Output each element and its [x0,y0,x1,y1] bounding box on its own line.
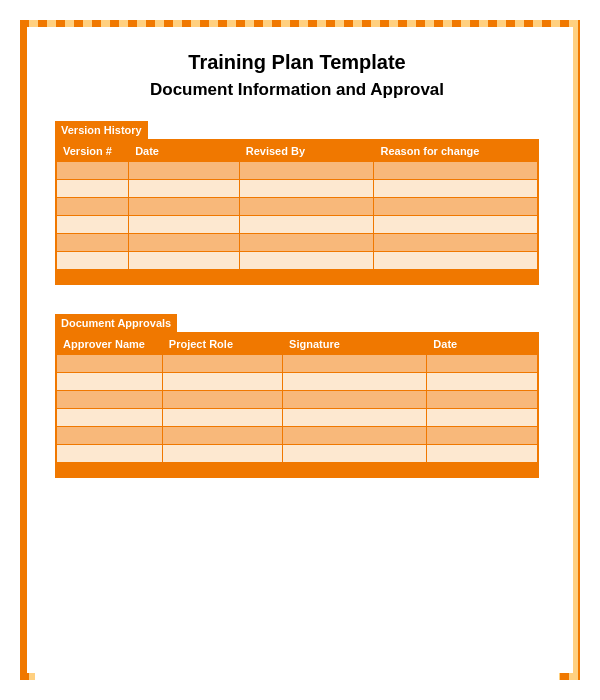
version-history-table-wrapper: Version # Date Revised By Reason for cha… [55,139,539,285]
table-cell[interactable] [129,216,240,234]
table-cell[interactable] [374,180,538,198]
document-approvals-section: Document Approvals Approver Name Project… [55,313,539,478]
th-approver-name: Approver Name [57,334,163,355]
table-cell[interactable] [162,391,282,409]
version-history-table: Version # Date Revised By Reason for cha… [56,140,538,284]
th-approval-date: Date [427,334,538,355]
table-cell[interactable] [162,445,282,463]
table-cell[interactable] [239,234,374,252]
table-cell[interactable] [239,180,374,198]
table-row[interactable] [57,162,538,180]
table-cell[interactable] [57,355,163,373]
table-row[interactable] [57,427,538,445]
th-reason: Reason for change [374,141,538,162]
table-cell[interactable] [57,162,129,180]
table-cell[interactable] [427,445,538,463]
th-revised-by: Revised By [239,141,374,162]
table-cell[interactable] [283,355,427,373]
table-cell[interactable] [57,234,129,252]
table-cell[interactable] [239,252,374,270]
version-history-section: Version History Version # Date Revised B… [55,120,539,285]
table-row[interactable] [57,409,538,427]
table-cell[interactable] [374,198,538,216]
table-row[interactable] [57,445,538,463]
table-cell[interactable] [57,445,163,463]
table-cell[interactable] [129,180,240,198]
table-row[interactable] [57,391,538,409]
th-date: Date [129,141,240,162]
table-cell[interactable] [283,427,427,445]
table-cell[interactable] [162,463,282,477]
table-cell[interactable] [427,427,538,445]
table-cell[interactable] [427,355,538,373]
table-cell[interactable] [162,427,282,445]
table-cell[interactable] [374,216,538,234]
table-cell[interactable] [57,409,163,427]
table-cell[interactable] [129,234,240,252]
outer-frame: Training Plan Template Document Informat… [20,20,580,680]
table-cell[interactable] [427,409,538,427]
th-version: Version # [57,141,129,162]
table-cell[interactable] [427,391,538,409]
approvals-header: Approver Name Project Role Signature Dat… [57,334,538,355]
table-row[interactable] [57,270,538,284]
table-cell[interactable] [427,463,538,477]
table-cell[interactable] [129,270,240,284]
approvals-table-wrapper: Approver Name Project Role Signature Dat… [55,332,539,478]
approvals-header-row: Document Approvals [55,313,539,332]
table-row[interactable] [57,234,538,252]
table-cell[interactable] [283,373,427,391]
table-cell[interactable] [374,252,538,270]
table-cell[interactable] [239,162,374,180]
table-cell[interactable] [129,162,240,180]
version-history-header: Version # Date Revised By Reason for cha… [57,141,538,162]
table-cell[interactable] [129,252,240,270]
page-title: Training Plan Template [55,51,539,74]
table-cell[interactable] [57,391,163,409]
table-cell[interactable] [283,391,427,409]
approvals-label: Document Approvals [55,314,177,332]
table-cell[interactable] [57,252,129,270]
table-cell[interactable] [374,234,538,252]
page-container: Training Plan Template Document Informat… [35,35,559,683]
table-cell[interactable] [57,270,129,284]
th-project-role: Project Role [162,334,282,355]
approvals-table: Approver Name Project Role Signature Dat… [56,333,538,477]
table-cell[interactable] [283,409,427,427]
table-cell[interactable] [162,373,282,391]
table-row[interactable] [57,216,538,234]
table-cell[interactable] [57,373,163,391]
table-row[interactable] [57,198,538,216]
table-cell[interactable] [283,463,427,477]
table-row[interactable] [57,463,538,477]
table-cell[interactable] [129,198,240,216]
version-history-header-row: Version History [55,120,539,139]
table-cell[interactable] [283,445,427,463]
table-cell[interactable] [57,427,163,445]
table-row[interactable] [57,373,538,391]
table-cell[interactable] [57,216,129,234]
table-cell[interactable] [239,216,374,234]
table-cell[interactable] [162,355,282,373]
table-cell[interactable] [427,373,538,391]
table-cell[interactable] [374,270,538,284]
table-cell[interactable] [162,409,282,427]
table-cell[interactable] [57,463,163,477]
table-cell[interactable] [374,162,538,180]
page-subtitle: Document Information and Approval [55,80,539,100]
table-cell[interactable] [57,180,129,198]
th-signature: Signature [283,334,427,355]
table-cell[interactable] [57,198,129,216]
table-row[interactable] [57,252,538,270]
table-cell[interactable] [239,270,374,284]
table-row[interactable] [57,355,538,373]
table-cell[interactable] [239,198,374,216]
table-row[interactable] [57,180,538,198]
version-history-label: Version History [55,121,148,139]
